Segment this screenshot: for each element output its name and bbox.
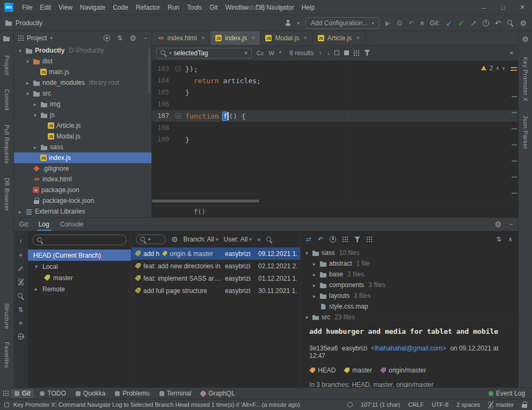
go-to-hash-icon[interactable] <box>266 236 273 243</box>
project-item-sass[interactable]: ▸sass <box>14 142 151 152</box>
branch-master[interactable]: master <box>28 272 131 283</box>
settings-gear-icon[interactable]: ⚙ <box>520 19 527 27</box>
branch-icon[interactable] <box>18 279 24 285</box>
close-search-icon[interactable]: ✕ <box>509 50 514 56</box>
toolwindow-button-event-log[interactable]: Event Log <box>485 389 529 398</box>
project-item-article-js[interactable]: JSArticle.js <box>14 120 151 131</box>
stop-button[interactable]: ■ <box>420 20 424 26</box>
project-item-src[interactable]: ▾src <box>14 88 151 99</box>
warning-mark[interactable] <box>511 67 517 68</box>
run-button[interactable]: ▶ <box>385 20 390 26</box>
lock-icon[interactable] <box>522 401 528 408</box>
tab-close-icon[interactable]: ✕ <box>303 35 308 41</box>
tab-close-icon[interactable]: ✕ <box>251 35 256 41</box>
changed-file-sass[interactable]: ▾sass10 files <box>301 247 518 258</box>
chevron-down-icon[interactable]: ▾ <box>25 91 31 97</box>
indicator-icon[interactable] <box>347 402 353 407</box>
chevron-right-icon[interactable]: ▸ <box>32 144 38 150</box>
regex-toggle[interactable]: * <box>279 50 281 56</box>
project-tool-icon[interactable] <box>3 35 10 41</box>
fold-marker-icon[interactable]: − <box>176 66 181 71</box>
changed-file-abstract[interactable]: ▸abstract1 file <box>301 258 518 269</box>
chevron-down-icon[interactable]: ▾ <box>50 35 53 41</box>
encoding[interactable]: UTF-8 <box>432 401 448 408</box>
git-branch-widget[interactable]: master <box>488 401 514 408</box>
branch-search-field[interactable] <box>32 235 127 245</box>
code-line[interactable]: 104 return articles; <box>152 75 518 86</box>
project-item-main-js[interactable]: JSmain.js <box>14 67 151 77</box>
maximize-button[interactable]: □ <box>493 0 513 14</box>
view-options-icon[interactable] <box>367 237 372 242</box>
chevron-right-icon[interactable]: ▸ <box>25 80 31 86</box>
menu-git[interactable]: Git <box>206 0 221 15</box>
menu-navigate[interactable]: Navigate <box>76 0 109 15</box>
chevron-right-icon[interactable]: ▸ <box>33 286 39 292</box>
toolwindow-button-todo[interactable]: TODO <box>36 389 69 398</box>
profile-button[interactable]: ↶ <box>409 20 414 26</box>
changed-file-base[interactable]: ▸base2 files <box>301 269 518 280</box>
group-by-icon[interactable] <box>342 237 348 242</box>
tab-close-icon[interactable]: ✕ <box>201 35 206 41</box>
breadcrumb[interactable]: f() <box>152 206 518 217</box>
local-history-icon[interactable] <box>483 20 489 26</box>
change-mark[interactable] <box>512 160 517 162</box>
regex-settings-icon[interactable]: ⚙ <box>171 236 178 243</box>
chevron-down-icon[interactable]: ▾ <box>304 314 310 320</box>
menu-view[interactable]: View <box>55 0 76 15</box>
ref-master[interactable]: master <box>344 367 372 374</box>
commit-row[interactable]: add full page structureeasybrizi30.11.20… <box>132 284 300 297</box>
tab-index-js[interactable]: JSindex.js✕ <box>210 31 260 45</box>
chevron-right-icon[interactable]: ▸ <box>32 101 38 107</box>
scroll-to-icon[interactable]: ∧ <box>508 236 513 243</box>
change-mark[interactable] <box>512 177 517 178</box>
project-item-dist[interactable]: ▾dist <box>14 56 151 67</box>
stripe-item-structure[interactable]: Structure <box>4 303 10 329</box>
words-toggle[interactable]: W <box>268 50 274 56</box>
git-commit-button[interactable]: ✓ <box>458 19 464 27</box>
search-field[interactable]: ▾ selectedTag ✕ <box>156 48 252 58</box>
user-filter[interactable]: User: All ▾ <box>223 236 251 243</box>
star-icon[interactable]: ★ <box>18 320 24 326</box>
branch-group-remote[interactable]: ▸Remote <box>28 283 131 295</box>
user-icon[interactable] <box>285 19 291 26</box>
code-line[interactable]: 103−}); <box>152 63 518 75</box>
search-query[interactable]: selectedTag <box>174 49 242 57</box>
change-mark[interactable] <box>512 128 517 129</box>
menu-file[interactable]: File <box>18 0 36 15</box>
menu-edit[interactable]: Edit <box>36 0 55 15</box>
back-icon[interactable]: ‹ <box>19 237 22 244</box>
collapse-all-icon[interactable]: ⇅ <box>117 34 122 42</box>
project-item-productly[interactable]: ▾ProductlyD:\Productly <box>14 45 151 56</box>
chevron-down-icon[interactable]: ▾ <box>17 48 23 54</box>
status-message[interactable]: Key Promoter X: Command Navigate Log to … <box>13 401 300 408</box>
stripe-item-pull-requests[interactable]: Pull Requests <box>4 125 10 164</box>
change-mark[interactable] <box>512 96 517 97</box>
filter-icon[interactable] <box>354 237 360 243</box>
stripe-item-json-parser[interactable]: Json Parser <box>522 115 529 149</box>
change-mark[interactable] <box>512 193 517 194</box>
toolwindow-button-graphql[interactable]: GraphQL <box>197 389 238 398</box>
rollback-icon[interactable]: ↶ <box>318 236 323 243</box>
chevron-down-icon[interactable]: ▾ <box>304 250 310 256</box>
chevron-right-icon[interactable]: ▸ <box>311 261 317 267</box>
menu-tools[interactable]: Tools <box>183 0 206 15</box>
commit-author-email[interactable]: <lhahahahal@gmail.com> <box>371 345 446 352</box>
code-editor[interactable]: 103−});104 return articles;105}106107−fu… <box>152 61 518 206</box>
prev-occurrence-icon[interactable]: ↑ <box>318 49 322 57</box>
next-problem-icon[interactable]: ∨ <box>502 65 505 71</box>
search-filter-icon[interactable] <box>364 50 370 56</box>
project-item-js[interactable]: ▾js <box>14 109 151 120</box>
tab-index-html[interactable]: <>index.html✕ <box>152 31 210 45</box>
compare-branches-icon[interactable]: ⇄ <box>306 236 311 243</box>
highlight-all-icon[interactable] <box>354 50 359 56</box>
horizontal-scrollbar[interactable] <box>152 200 259 202</box>
chevron-right-icon[interactable]: ▸ <box>311 272 317 277</box>
project-item-node-modules[interactable]: ▸node_moduleslibrary root <box>14 77 151 88</box>
chevron-down-icon[interactable]: ▾ <box>32 112 38 118</box>
stripe-item-commit[interactable]: Commit <box>4 89 10 111</box>
project-scrollbar[interactable] <box>148 47 150 93</box>
change-mark[interactable] <box>512 144 517 145</box>
tab-article-js[interactable]: JSArticle.js✕ <box>313 31 366 45</box>
changed-file-components[interactable]: ▸components3 files <box>301 280 518 290</box>
warning-mark[interactable] <box>511 70 517 71</box>
